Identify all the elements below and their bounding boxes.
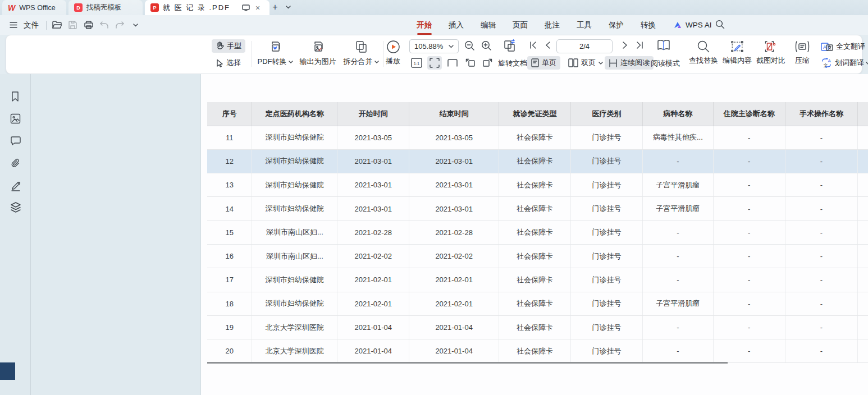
menu-home[interactable]: 开始 [417,20,432,30]
hamburger-icon[interactable] [8,20,19,30]
word-translate-button[interactable]: 文 A 划词翻译 [817,56,868,70]
column-header: 就诊凭证类型 [499,102,571,126]
table-row[interactable]: 15深圳市南山区妇...2021-02-282021-02-28社会保障卡门诊挂… [207,221,868,244]
bookmark-icon[interactable] [10,91,21,102]
full-translate-button[interactable]: A 全文翻译 [817,40,868,53]
pdf-convert-button[interactable]: PDF转换 [255,40,295,67]
chevron-down-icon [866,62,868,65]
table-row[interactable]: 14深圳市妇幼保健院2021-03-012021-03-01社会保障卡门诊挂号子… [207,197,868,221]
double-page-button[interactable]: 双页 [564,56,607,70]
compress-icon [794,40,810,53]
actual-size-button[interactable]: 1:1 [409,56,424,70]
compress-button[interactable]: 压缩 [790,40,815,66]
table-row[interactable]: 11深圳市妇幼保健院2021-03-052021-03-05社会保障卡门诊挂号病… [207,126,868,149]
menu-edit[interactable]: 编辑 [481,20,496,30]
table-cell: 11 [207,126,252,149]
edit-content-icon [730,40,744,53]
find-replace-button[interactable]: 查找替换 [688,40,719,66]
menu-convert[interactable]: 转换 [641,20,656,30]
redo-icon[interactable] [115,20,125,30]
page-indicator-input[interactable]: 2/4 [556,39,613,53]
pdf-page[interactable]: 序号定点医药机构名称开始时间结束时间就诊凭证类型医疗类别病种名称住院主诊断名称手… [200,74,868,395]
screenshot-compare-button[interactable]: 截图对比 [755,40,787,66]
menu-comment[interactable]: 批注 [545,20,560,30]
attachment-icon[interactable] [10,158,21,169]
table-row[interactable]: 12深圳市妇幼保健院2021-03-012021-03-01社会保障卡门诊挂号-… [207,149,868,173]
docer-icon: D [74,3,83,12]
continuous-read-button[interactable]: 连续阅读 [605,56,654,70]
zoom-out-button[interactable] [464,40,475,51]
menu-tools[interactable]: 工具 [577,20,592,30]
next-page-button[interactable] [623,42,628,49]
single-page-button[interactable]: 单页 [527,56,560,70]
divider [251,41,252,67]
table-cell: 病毒性其他疾... [642,126,713,149]
table-cell: 2021-01-04 [337,339,409,363]
save-icon[interactable] [67,20,78,30]
svg-text:1:1: 1:1 [414,61,419,66]
table-row[interactable]: 20北京大学深圳医院2021-01-042021-01-04社会保障卡门诊挂号-… [207,339,868,363]
table-row[interactable]: 17深圳市妇幼保健院2021-02-012021-02-01社会保障卡门诊挂号-… [207,268,868,292]
export-image-button[interactable]: 输出为图片 [296,40,339,67]
table-cell-partial [858,126,868,149]
table-cell: 北京大学深圳医院 [252,315,337,339]
document-title: 就 医 记 录 .PDF [163,3,230,13]
pdf-convert-icon [268,40,282,54]
undo-icon[interactable] [99,20,109,30]
rotate-right-button[interactable] [480,56,495,70]
table-cell: - [785,244,858,268]
read-mode-icon[interactable] [656,39,671,52]
comment-icon[interactable] [10,136,21,147]
menu-search-icon[interactable] [715,20,725,29]
zoom-level-select[interactable]: 105.88% [409,39,459,53]
hand-tool-button[interactable]: 手型 [212,39,245,53]
play-button[interactable]: 播放 [381,40,405,66]
print-icon[interactable] [83,20,94,30]
quickbar-chevron-icon[interactable] [130,20,141,30]
table-cell: 深圳市妇幼保健院 [252,197,337,221]
tab-list-chevron-icon[interactable] [282,2,294,13]
menu-page[interactable]: 页面 [513,20,528,30]
table-cell: - [713,292,785,315]
prev-page-button[interactable] [545,42,550,49]
select-tool-button[interactable]: 选择 [212,56,245,70]
table-cell-partial [858,197,868,221]
table-row[interactable]: 16深圳市南山区妇...2021-02-022021-02-02社会保障卡门诊挂… [207,244,868,268]
wps-ai-button[interactable]: WPS AI [673,15,712,35]
open-file-icon[interactable] [52,20,62,30]
rotate-left-button[interactable] [463,56,478,70]
table-row[interactable]: 13深圳市妇幼保健院2021-03-012021-03-01社会保障卡门诊挂号子… [207,173,868,197]
zoom-in-button[interactable] [481,40,492,51]
table-header-row: 序号定点医药机构名称开始时间结束时间就诊凭证类型医疗类别病种名称住院主诊断名称手… [207,102,868,126]
menu-insert[interactable]: 插入 [449,20,464,30]
svg-text:文: 文 [824,63,828,68]
table-cell: - [713,268,785,292]
rotate-doc-label[interactable]: 旋转文档 [498,58,527,68]
fit-width-button[interactable] [445,56,460,70]
signature-pen-icon[interactable] [10,181,21,192]
last-page-button[interactable] [636,42,643,49]
close-tab-icon[interactable]: × [255,3,260,12]
read-mode-label[interactable]: 阅读模式 [651,58,680,68]
table-cell: 2021-01-04 [337,315,409,339]
tab-docer[interactable]: D 找稿壳模板 [68,0,143,15]
file-menu[interactable]: 文件 [24,20,39,30]
rotate-doc-icon[interactable] [502,39,517,53]
fit-page-button[interactable] [427,56,442,70]
table-row[interactable]: 19北京大学深圳医院2021-01-042021-01-04社会保障卡门诊挂号-… [207,315,868,339]
table-cell: - [642,149,713,173]
table-row[interactable]: 18深圳市妇幼保健院2021-02-012021-02-01社会保障卡门诊挂号子… [207,292,868,315]
first-page-button[interactable] [529,42,537,49]
thumbnail-icon[interactable] [10,113,21,125]
table-cell: 2021-02-02 [337,244,409,268]
split-merge-button[interactable]: 拆分合并 [341,40,381,67]
edit-content-button[interactable]: 编辑内容 [721,40,753,66]
new-tab-button[interactable]: + [269,2,281,13]
tab-document[interactable]: P 就 医 记 录 .PDF × [145,0,269,15]
pin-to-desktop-icon[interactable] [242,4,250,11]
table-cell: 2021-02-02 [409,244,499,268]
layers-icon[interactable] [10,202,21,213]
menu-protect[interactable]: 保护 [609,20,624,30]
tab-label: WPS Office [19,4,55,12]
tab-wps-home[interactable]: W WPS Office [2,0,66,15]
